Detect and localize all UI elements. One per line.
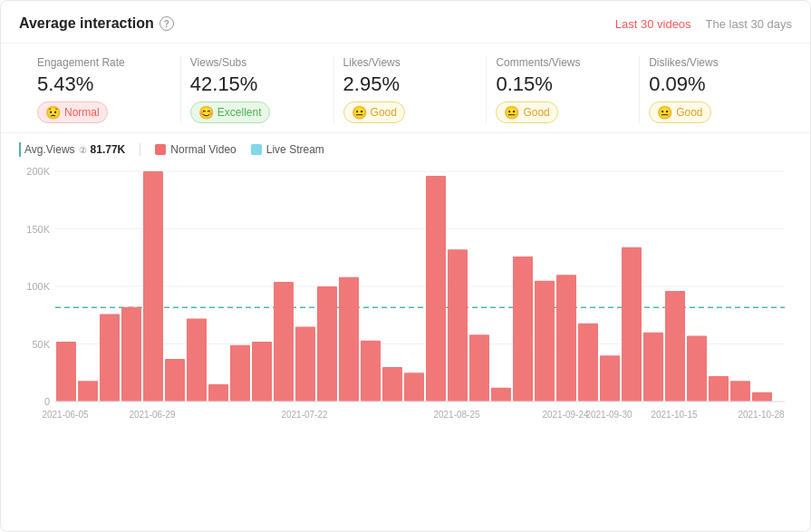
metric-value-2: 2.95%: [343, 73, 478, 96]
legend-normal-label: Normal Video: [170, 143, 236, 156]
bar-0[interactable]: [56, 342, 76, 401]
avg-views-help: ②: [79, 145, 87, 155]
badge-label-2: Good: [371, 106, 397, 119]
x-label-3: 2021-08-25: [433, 410, 480, 420]
tab-last-30-videos[interactable]: Last 30 videos: [615, 17, 691, 31]
bar-27[interactable]: [643, 333, 663, 401]
bar-3[interactable]: [121, 307, 141, 401]
x-label-2: 2021-07-22: [281, 410, 328, 420]
bar-10[interactable]: [274, 282, 294, 401]
bar-8[interactable]: [230, 345, 250, 401]
header: Average interaction ? Last 30 videos The…: [1, 1, 810, 44]
badge-label-1: Excellent: [217, 106, 262, 119]
bar-4[interactable]: [143, 171, 163, 401]
help-icon[interactable]: ?: [159, 16, 174, 31]
metric-item-2: Likes/Views 2.95% 😐 Good: [334, 56, 488, 123]
bar-17[interactable]: [426, 176, 446, 401]
metric-badge-2: 😐 Good: [343, 102, 405, 123]
metric-label-4: Dislikes/Views: [649, 56, 783, 69]
legend-live-stream: Live Stream: [251, 143, 324, 156]
x-label-0: 2021-06-05: [42, 410, 89, 420]
page-title: Average interaction: [19, 15, 154, 32]
y-label-3: 50K: [32, 339, 50, 350]
bar-7[interactable]: [208, 384, 228, 401]
smiley-icon-0: 😟: [45, 105, 61, 120]
metric-badge-0: 😟 Normal: [37, 102, 108, 123]
chart-svg: 200K150K100K50K02021-06-052021-06-292021…: [19, 162, 794, 434]
smiley-icon-2: 😐: [352, 105, 367, 120]
metric-label-2: Likes/Views: [343, 56, 478, 69]
bar-15[interactable]: [382, 367, 402, 401]
live-stream-icon: [251, 144, 262, 155]
bar-26[interactable]: [622, 247, 642, 401]
metrics-row: Engagement Rate 5.43% 😟 Normal Views/Sub…: [1, 44, 810, 133]
x-label-5: 2021-09-30: [585, 410, 632, 420]
bar-1[interactable]: [78, 381, 98, 401]
bar-5[interactable]: [165, 359, 185, 401]
bar-31[interactable]: [730, 381, 750, 401]
badge-label-3: Good: [523, 106, 549, 119]
bar-29[interactable]: [687, 336, 707, 401]
x-label-4: 2021-09-24: [542, 410, 589, 420]
bar-25[interactable]: [600, 355, 620, 401]
smiley-icon-3: 😐: [504, 105, 519, 120]
bar-30[interactable]: [709, 376, 729, 401]
bar-19[interactable]: [469, 334, 489, 401]
bar-16[interactable]: [404, 372, 424, 401]
tab-last-30-days[interactable]: The last 30 days: [706, 17, 792, 31]
metric-label-0: Engagement Rate: [37, 56, 171, 69]
metric-value-0: 5.43%: [37, 73, 171, 96]
y-label-2: 100K: [26, 281, 50, 292]
bar-9[interactable]: [252, 342, 272, 401]
header-title-group: Average interaction ?: [19, 15, 174, 32]
metric-item-0: Engagement Rate 5.43% 😟 Normal: [19, 56, 181, 123]
metric-label-1: Views/Subs: [190, 56, 324, 69]
y-label-4: 0: [44, 396, 50, 407]
legend-divider: [140, 143, 140, 156]
bar-13[interactable]: [339, 277, 359, 401]
x-label-6: 2021-10-15: [651, 410, 698, 420]
header-tabs: Last 30 videos The last 30 days: [615, 17, 792, 31]
chart-area: 200K150K100K50K02021-06-052021-06-292021…: [19, 162, 792, 461]
metric-value-4: 0.09%: [649, 73, 783, 96]
y-label-1: 150K: [26, 224, 50, 235]
bar-20[interactable]: [491, 388, 511, 401]
bar-18[interactable]: [448, 249, 468, 401]
metric-badge-3: 😐 Good: [496, 102, 557, 123]
bar-14[interactable]: [361, 341, 381, 401]
bar-24[interactable]: [578, 324, 598, 401]
avg-views-value: 81.77K: [91, 143, 126, 156]
bar-22[interactable]: [535, 281, 555, 401]
bar-32[interactable]: [752, 392, 772, 401]
metric-badge-1: 😊 Excellent: [190, 102, 270, 123]
metric-item-1: Views/Subs 42.15% 😊 Excellent: [181, 56, 334, 123]
avg-line-icon: [19, 142, 21, 157]
metric-item-4: Dislikes/Views 0.09% 😐 Good: [640, 56, 792, 123]
normal-video-icon: [155, 144, 166, 155]
bar-21[interactable]: [513, 256, 533, 401]
metric-badge-4: 😐 Good: [649, 102, 710, 123]
metric-label-3: Comments/Views: [496, 56, 630, 69]
chart-section: Avg.Views ② 81.77K Normal Video Live Str…: [1, 133, 810, 461]
legend-live-label: Live Stream: [266, 143, 324, 156]
chart-legend: Avg.Views ② 81.77K Normal Video Live Str…: [19, 142, 792, 157]
metric-value-3: 0.15%: [496, 73, 630, 96]
bar-2[interactable]: [100, 314, 120, 401]
metric-item-3: Comments/Views 0.15% 😐 Good: [487, 56, 640, 123]
badge-label-4: Good: [676, 106, 702, 119]
legend-normal-video: Normal Video: [155, 143, 236, 156]
badge-label-0: Normal: [64, 106, 100, 119]
bar-28[interactable]: [665, 291, 685, 401]
x-label-7: 2021-10-28: [738, 410, 785, 420]
metric-value-1: 42.15%: [190, 73, 324, 96]
bar-11[interactable]: [295, 326, 315, 401]
avg-views-legend: Avg.Views ② 81.77K: [19, 142, 125, 157]
x-label-1: 2021-06-29: [129, 410, 176, 420]
main-container: Average interaction ? Last 30 videos The…: [0, 0, 811, 532]
bar-23[interactable]: [556, 275, 576, 401]
y-label-0: 200K: [26, 166, 50, 177]
bar-6[interactable]: [187, 319, 207, 401]
bar-12[interactable]: [317, 286, 337, 401]
smiley-icon-4: 😐: [657, 105, 672, 120]
smiley-icon-1: 😊: [198, 105, 214, 120]
